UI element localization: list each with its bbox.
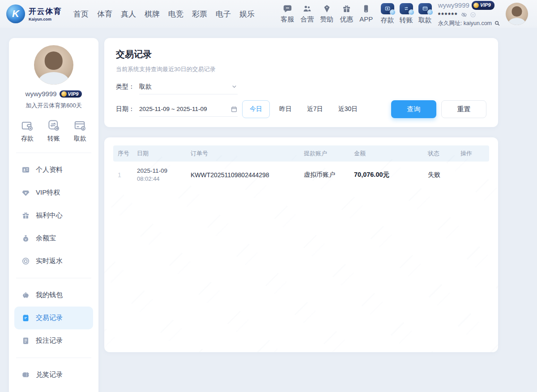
cell-date-time: 08:02:44	[137, 175, 186, 182]
range-30days-button[interactable]: 近30日	[332, 101, 364, 118]
chevron-down-icon	[231, 83, 238, 90]
sidebar-item-welfare-label: 福利中心	[36, 211, 63, 220]
nav-item-home[interactable]: 首页	[72, 7, 90, 21]
reset-button[interactable]: 重置	[441, 100, 486, 118]
promo-link[interactable]: 优惠	[339, 4, 354, 24]
app-link[interactable]: APP	[359, 4, 374, 24]
header-index: 序号	[113, 149, 132, 158]
sidebar-item-yuebao[interactable]: 余额宝	[14, 227, 93, 250]
vip-badge: VIP9	[472, 1, 494, 10]
withdraw-link[interactable]: 取款	[418, 3, 432, 25]
deposit-tile-icon	[381, 3, 394, 14]
sidebar-menu-group-2: 我的钱包 交易记录 投注记录	[9, 282, 98, 354]
profile-block: wywy9999 VIP9 加入开云体育第600天	[9, 45, 98, 110]
date-filter-label: 日期：	[116, 105, 139, 113]
sidebar-divider	[16, 358, 91, 358]
page-subtitle: 当前系统支持查询最近30日的交易记录	[116, 65, 486, 73]
gift-icon	[342, 4, 351, 13]
cell-status: 失败	[423, 171, 456, 179]
sidebar-item-profile[interactable]: 个人资料	[14, 158, 93, 181]
nav-item-lottery[interactable]: 彩票	[191, 7, 208, 21]
quick-action-transfer-label: 转账	[47, 135, 60, 143]
sidebar-item-transactions[interactable]: 交易记录	[14, 307, 93, 329]
joined-days-text: 加入开云体育第600天	[9, 102, 98, 110]
table-header-row: 序号 日期 订单号 提款账户 金额 状态 操作	[113, 145, 489, 162]
transaction-notebook-icon	[21, 314, 30, 322]
sidebar-item-welfare[interactable]: 福利中心	[14, 204, 93, 227]
range-7days-button[interactable]: 近7日	[301, 101, 329, 118]
sidebar: wywy9999 VIP9 加入开云体育第600天 存款 转账	[9, 38, 98, 392]
quick-action-transfer[interactable]: 转账	[47, 119, 60, 143]
brand-logo[interactable]: K 开云体育 Kaiyun.com	[6, 4, 62, 23]
partners-link[interactable]: 合营	[300, 4, 315, 24]
service-link[interactable]: 客服	[280, 4, 295, 24]
customer-service-chat-icon	[283, 4, 292, 13]
date-filter-row: 日期： 2025-11-09 ~ 2025-11-09 今日 昨日 近7日 近3…	[116, 100, 486, 118]
profile-vip-label: VIP9	[68, 91, 79, 97]
partners-icon	[302, 4, 312, 13]
profile-avatar[interactable]	[34, 45, 73, 85]
cell-date-day: 2025-11-09	[137, 167, 186, 174]
withdraw-card-icon	[73, 119, 87, 132]
profile-username: wywy9999	[26, 90, 57, 98]
nav-item-sports[interactable]: 体育	[96, 7, 113, 21]
type-select[interactable]: 取款	[139, 79, 238, 94]
sidebar-quick-actions: 存款 转账 取款	[9, 110, 98, 149]
nav-item-slots[interactable]: 电子	[215, 7, 232, 21]
quick-action-withdraw-label: 取款	[74, 135, 86, 143]
sidebar-divider	[16, 153, 91, 153]
transfer-arrows-icon	[47, 119, 60, 132]
search-button[interactable]: 查询	[391, 100, 436, 118]
username: wywy9999	[438, 0, 469, 10]
deposit-link[interactable]: 存款	[381, 3, 394, 25]
user-info: wywy9999 VIP9 ****** 永久网址: kaiyun.com	[438, 0, 500, 27]
cell-amount: 70,076.00元	[349, 170, 423, 179]
app-label: APP	[359, 15, 373, 23]
eye-off-icon[interactable]	[460, 12, 468, 18]
phone-icon	[362, 4, 371, 13]
sidebar-item-rebate[interactable]: 实时返水	[14, 250, 93, 273]
search-icon[interactable]	[494, 20, 500, 26]
main-nav: 首页 体育 真人 棋牌 电竞 彩票 电子 娱乐	[72, 7, 256, 21]
sidebar-item-rebate-label: 实时返水	[36, 257, 63, 265]
main-content: 交易记录 当前系统支持查询最近30日的交易记录 类型： 取款 日期： 2025-…	[104, 38, 498, 352]
type-filter-row: 类型： 取款	[116, 79, 486, 94]
welfare-gift-icon	[21, 211, 30, 220]
sponsor-link[interactable]: 赞助	[320, 4, 334, 24]
sidebar-item-vip[interactable]: VIP特权	[14, 181, 93, 204]
sidebar-item-messages[interactable]: 消息中心 99+	[14, 386, 93, 392]
brand-text: 开云体育 Kaiyun.com	[29, 6, 62, 21]
sidebar-item-wallet[interactable]: 我的钱包	[14, 284, 93, 307]
sidebar-item-profile-label: 个人资料	[36, 166, 63, 174]
nav-item-cards[interactable]: 棋牌	[144, 7, 161, 21]
cell-account: 虚拟币账户	[299, 171, 349, 179]
circle-chevron-icon[interactable]	[470, 12, 476, 18]
type-filter-label: 类型：	[116, 83, 139, 91]
withdraw-label: 取款	[418, 16, 432, 25]
quick-action-deposit[interactable]: 存款	[21, 119, 34, 143]
sidebar-item-prizes[interactable]: 兑奖记录	[14, 363, 93, 386]
date-quick-ranges: 今日 昨日 近7日 近30日	[242, 100, 363, 118]
topbar-wallet-links: 存款 转账 取款	[381, 3, 432, 25]
masked-balance: ******	[438, 10, 458, 19]
date-range-input[interactable]: 2025-11-09 ~ 2025-11-09	[139, 102, 238, 117]
nav-item-live[interactable]: 真人	[120, 7, 137, 21]
nav-item-entertainment[interactable]: 娱乐	[239, 7, 256, 21]
nav-item-esports[interactable]: 电竞	[167, 7, 184, 21]
type-select-value: 取款	[139, 83, 152, 91]
permanent-url-label: 永久网址: kaiyun.com	[438, 19, 492, 27]
vip-gem-icon	[61, 91, 67, 97]
prize-ticket-icon	[21, 371, 30, 379]
header-date: 日期	[132, 149, 186, 158]
sidebar-item-bets[interactable]: 投注记录	[14, 329, 93, 352]
bet-record-icon	[21, 337, 30, 345]
filter-actions: 查询 重置	[391, 100, 486, 118]
header-actions: 操作	[456, 149, 489, 158]
user-avatar[interactable]	[506, 3, 528, 25]
transfer-link[interactable]: 转账	[400, 3, 413, 25]
quick-action-deposit-label: 存款	[21, 135, 34, 143]
quick-action-withdraw[interactable]: 取款	[73, 119, 87, 143]
range-yesterday-button[interactable]: 昨日	[273, 101, 298, 118]
table-row: 1 2025-11-09 08:02:44 KWWT20251109802444…	[113, 162, 489, 188]
range-today-button[interactable]: 今日	[242, 100, 270, 118]
